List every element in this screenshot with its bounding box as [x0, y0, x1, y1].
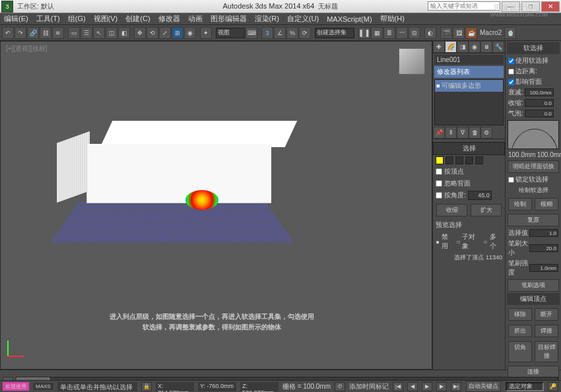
chamfer-button[interactable]: 切角 — [508, 341, 532, 362]
render-frame-icon[interactable]: 🖼 — [453, 27, 465, 39]
softsel-rollout[interactable]: 软选择 — [507, 42, 560, 54]
menu-anim[interactable]: 动画 — [188, 14, 203, 24]
revert-button[interactable]: 复原 — [508, 214, 559, 226]
menu-group[interactable]: 组(G) — [68, 14, 86, 24]
goto-end-icon[interactable]: ▶| — [451, 382, 461, 391]
bubble-spinner[interactable] — [525, 110, 554, 117]
pivot-icon[interactable]: ◉ — [184, 27, 196, 39]
viewport[interactable]: [+][透视][线框] 进入到点层级，如图随意选择一个点，再进入软选择工具集，勾… — [0, 41, 432, 370]
cursor-icon[interactable]: ↖ — [93, 27, 105, 39]
subobj-vertex[interactable] — [436, 156, 444, 164]
menu-custom[interactable]: 自定义(U) — [287, 14, 319, 24]
by-angle-check[interactable] — [436, 192, 442, 199]
object-name-field[interactable]: Line001 — [434, 55, 504, 65]
selection-rollout[interactable]: 选择 — [433, 142, 505, 155]
app-icon[interactable]: 3 — [1, 1, 13, 13]
key-filter-dropdown[interactable] — [506, 382, 544, 391]
menu-create[interactable]: 创建(C) — [125, 14, 150, 24]
menu-modifier[interactable]: 修改器 — [158, 14, 180, 24]
soft-selection-gizmo[interactable] — [185, 190, 218, 210]
window-crossing-icon[interactable]: ◧ — [118, 27, 130, 39]
bind-icon[interactable]: ≋ — [52, 27, 64, 39]
tab-utility[interactable]: 🔧 — [492, 41, 504, 53]
spinner-snap-icon[interactable]: ⟳ — [299, 27, 311, 39]
subobj-edge[interactable] — [446, 156, 453, 164]
remove-button[interactable]: 移除 — [508, 308, 532, 321]
break-button[interactable]: 断开 — [535, 308, 558, 321]
render-setup-icon[interactable]: 🎬 — [440, 27, 452, 39]
scale-icon[interactable]: ⤢ — [159, 27, 171, 39]
rotate-icon[interactable]: ⟲ — [147, 27, 158, 39]
refcoord-icon[interactable]: ⊞ — [172, 27, 183, 39]
menu-maxscript[interactable]: MAXScript(M) — [327, 15, 372, 23]
brush-options-button[interactable]: 笔刷选项 — [508, 279, 559, 292]
edit-verts-rollout[interactable]: 编辑顶点 — [507, 293, 560, 305]
select-name-icon[interactable]: ☰ — [81, 27, 92, 39]
grow-button[interactable]: 扩大 — [471, 204, 502, 216]
menu-help[interactable]: 帮助(H) — [380, 14, 405, 24]
tab-motion[interactable]: ◉ — [469, 41, 480, 53]
paint-button[interactable]: 绘制 — [508, 198, 532, 211]
menu-view[interactable]: 视图(V) — [94, 14, 118, 24]
menu-render[interactable]: 渲染(R) — [255, 14, 279, 24]
show-result-icon[interactable]: Ⅱ — [445, 127, 457, 139]
manipulate-icon[interactable]: ✦ — [200, 27, 212, 39]
falloff-spinner[interactable] — [525, 88, 554, 96]
close-button[interactable]: ✕ — [541, 1, 560, 12]
coord-z[interactable]: Z: 520.877mm — [240, 382, 279, 391]
named-selection[interactable] — [315, 28, 354, 38]
prev-frame-icon[interactable]: ◀ — [407, 382, 418, 391]
coord-x[interactable]: X: 714.979mm — [156, 382, 194, 391]
tab-create[interactable]: ✚ — [433, 41, 445, 53]
ribbon-dropdown[interactable] — [216, 28, 245, 38]
goto-start-icon[interactable]: |◀ — [393, 382, 403, 391]
play-icon[interactable]: ▶ — [422, 382, 432, 391]
unlink-icon[interactable]: ⛓ — [40, 27, 51, 39]
remove-mod-icon[interactable]: 🗑 — [469, 127, 480, 139]
snap-icon[interactable]: 3 — [261, 27, 273, 39]
coord-y[interactable]: Y: -760.0mm — [198, 382, 236, 391]
move-icon[interactable]: ✥ — [134, 27, 146, 39]
help-search[interactable] — [428, 1, 500, 11]
weld-button[interactable]: 焊接 — [535, 325, 558, 337]
subobj-poly[interactable] — [465, 156, 473, 164]
selval-spinner[interactable] — [529, 229, 558, 237]
mirror-icon[interactable]: ▌▐ — [358, 27, 370, 39]
next-frame-icon[interactable]: ▶ — [436, 382, 447, 391]
angle-spinner[interactable] — [468, 191, 492, 200]
brush-size-spinner[interactable] — [529, 244, 558, 252]
add-time-tag[interactable]: 添加时间标记 — [349, 382, 389, 391]
lock-icon[interactable]: 🔒 — [141, 382, 152, 391]
angle-snap-icon[interactable]: ∠ — [274, 27, 286, 39]
menu-graph[interactable]: 图形编辑器 — [211, 14, 247, 24]
link-icon[interactable]: 🔗 — [27, 27, 39, 39]
workspace-label[interactable]: 工作区: 默认 — [17, 2, 54, 11]
select-icon[interactable]: ▭ — [68, 27, 80, 39]
menu-tools[interactable]: 工具(T) — [36, 14, 60, 24]
lock-softsel-check[interactable] — [508, 177, 514, 183]
redo-icon[interactable]: ↷ — [15, 27, 26, 39]
viewport-label[interactable]: [+][透视][线框] — [6, 44, 48, 53]
ignore-backfacing-check[interactable] — [436, 180, 442, 187]
target-weld-button[interactable]: 目标焊接 — [535, 341, 558, 362]
subobj-border[interactable] — [455, 156, 463, 164]
pin-stack-icon[interactable]: 📌 — [433, 127, 445, 139]
autokey-button[interactable]: 自动关键点 — [466, 381, 501, 392]
select-region-icon[interactable]: ◫ — [106, 27, 117, 39]
by-vertex-check[interactable] — [436, 168, 442, 175]
tab-hierarchy[interactable]: ◨ — [457, 41, 469, 53]
viewcube[interactable] — [399, 48, 425, 75]
pinch-spinner[interactable] — [525, 99, 554, 107]
shrink-button[interactable]: 收缩 — [436, 204, 467, 216]
brush-strength-spinner[interactable] — [529, 264, 558, 272]
affect-back-check[interactable] — [508, 79, 514, 85]
tab-modify[interactable]: 🌈 — [445, 41, 457, 53]
modifier-stack[interactable]: ■ 可编辑多边形 — [434, 79, 504, 125]
subobj-element[interactable] — [475, 156, 483, 164]
keyboard-icon[interactable]: ⌨ — [246, 27, 257, 39]
layer-icon[interactable]: ≣ — [383, 27, 395, 39]
render-icon[interactable]: ☕ — [465, 27, 477, 39]
menu-edit[interactable]: 编辑(E) — [4, 14, 28, 24]
extrude-button[interactable]: 挤出 — [508, 325, 532, 337]
edge-dist-check[interactable] — [508, 69, 514, 75]
